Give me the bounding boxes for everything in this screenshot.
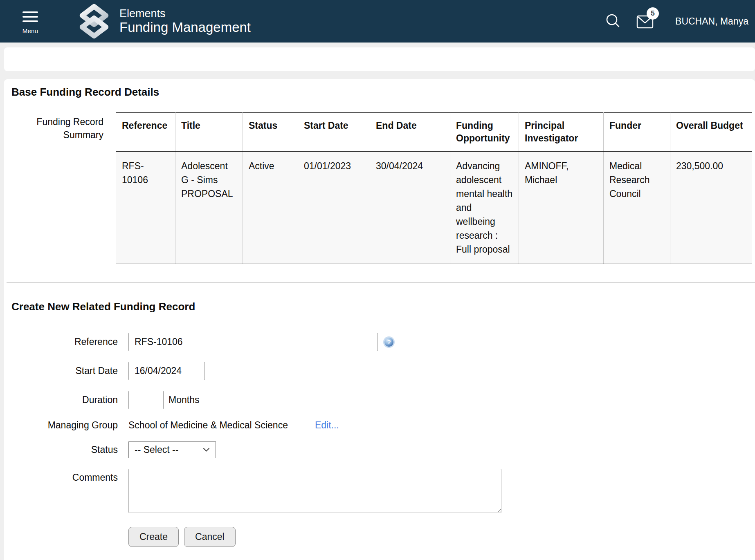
- menu-label: Menu: [19, 27, 42, 34]
- create-button[interactable]: Create: [128, 527, 179, 547]
- cell-status: Active: [243, 152, 298, 264]
- start-date-row: Start Date: [8, 362, 748, 380]
- managing-group-label: Managing Group: [8, 420, 118, 431]
- mail-badge: 5: [647, 7, 659, 20]
- col-reference: Reference: [116, 113, 175, 152]
- breadcrumb-bar: [4, 47, 755, 71]
- app-title-line1: Elements: [119, 7, 251, 20]
- cell-start-date: 01/01/2023: [298, 152, 370, 264]
- status-select[interactable]: -- Select --: [128, 441, 216, 458]
- col-funder: Funder: [604, 113, 670, 152]
- status-selected-value: -- Select --: [135, 444, 203, 455]
- user-name[interactable]: BUCHAN, Manya: [675, 16, 748, 27]
- start-date-input[interactable]: [128, 362, 205, 380]
- app-title: Elements Funding Management: [119, 7, 251, 35]
- app-header: Menu Elements Funding Management: [0, 0, 755, 43]
- cell-principal-investigator: AMINOFF, Michael: [519, 152, 604, 264]
- form-buttons: Create Cancel: [128, 527, 748, 547]
- duration-row: Duration Months: [8, 391, 748, 409]
- mail-icon[interactable]: 5: [636, 13, 654, 29]
- elements-logo-icon[interactable]: [76, 2, 112, 40]
- cell-funding-opportunity: Advancing adolescent mental health and w…: [450, 152, 519, 264]
- status-label: Status: [8, 444, 118, 455]
- cell-title: Adolescent G - Sims PROPOSAL: [175, 152, 243, 264]
- col-funding-opportunity: Funding Opportunity: [450, 113, 519, 152]
- cell-reference: RFS-10106: [116, 152, 175, 264]
- comments-textarea[interactable]: [128, 469, 501, 513]
- search-icon[interactable]: [604, 12, 622, 30]
- table-row: RFS-10106 Adolescent G - Sims PROPOSAL A…: [116, 152, 752, 264]
- comments-label: Comments: [8, 469, 118, 483]
- comments-row: Comments: [8, 469, 748, 513]
- app-title-line2: Funding Management: [119, 20, 251, 35]
- col-end-date: End Date: [370, 113, 450, 152]
- create-form-title: Create New Related Funding Record: [11, 300, 748, 313]
- reference-row: Reference ?: [8, 333, 748, 351]
- help-icon[interactable]: ?: [384, 338, 393, 347]
- managing-group-value: School of Medicine & Medical Science: [128, 420, 288, 431]
- col-overall-budget: Overall Budget: [670, 113, 752, 152]
- duration-input[interactable]: [128, 391, 164, 409]
- cancel-button[interactable]: Cancel: [184, 527, 236, 547]
- col-principal-investigator: Principal Investigator: [519, 113, 604, 152]
- cell-end-date: 30/04/2024: [370, 152, 450, 264]
- chevron-down-icon: [203, 448, 210, 452]
- menu-button[interactable]: Menu: [19, 9, 42, 34]
- hamburger-icon: [22, 9, 38, 25]
- funding-record-table: Reference Title Status Start Date End Da…: [116, 112, 752, 264]
- reference-input[interactable]: [128, 333, 378, 351]
- base-record-title: Base Funding Record Details: [11, 86, 748, 99]
- cell-overall-budget: 230,500.00: [670, 152, 752, 264]
- reference-label: Reference: [8, 336, 118, 347]
- content-card: Base Funding Record Details Funding Reco…: [4, 79, 755, 560]
- edit-link[interactable]: Edit...: [315, 420, 339, 431]
- start-date-label: Start Date: [8, 365, 118, 376]
- summary-label: Funding Record Summary: [8, 112, 116, 264]
- col-status: Status: [243, 113, 298, 152]
- duration-suffix: Months: [169, 394, 199, 405]
- section-divider: [7, 282, 755, 282]
- cell-funder: Medical Research Council: [604, 152, 670, 264]
- table-header-row: Reference Title Status Start Date End Da…: [116, 113, 752, 152]
- col-start-date: Start Date: [298, 113, 370, 152]
- duration-label: Duration: [8, 394, 118, 405]
- status-row: Status -- Select --: [8, 441, 748, 458]
- managing-group-row: Managing Group School of Medicine & Medi…: [8, 420, 748, 431]
- funding-record-summary: Funding Record Summary Reference Title S…: [8, 112, 748, 264]
- col-title: Title: [175, 113, 243, 152]
